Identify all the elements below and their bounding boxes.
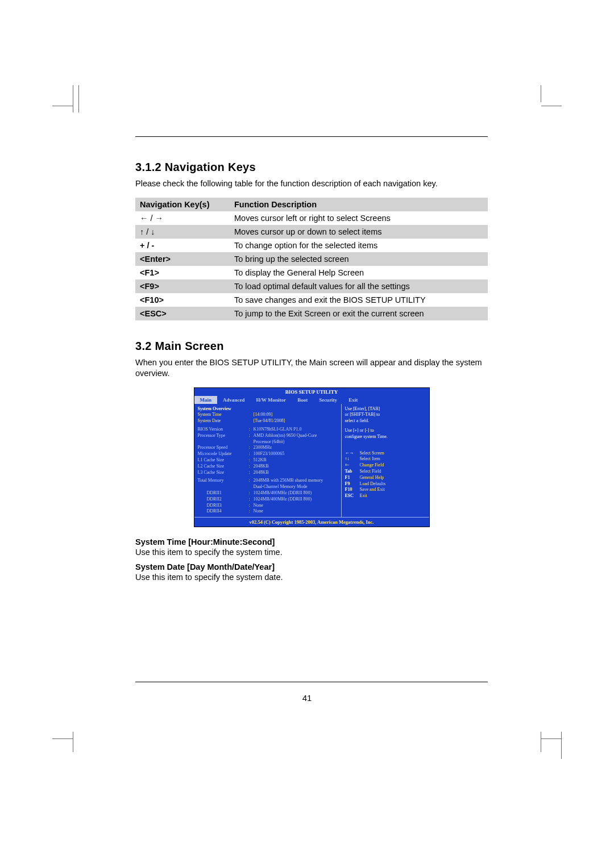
bios-info-row: Microcode Update:100F23/1000065 — [198, 451, 338, 457]
bios-key-row: ←→Select Screen — [345, 450, 426, 457]
table-row: <Enter>To bring up the selected screen — [135, 252, 488, 266]
bios-info-row: L1 Cache Size:512KB — [198, 457, 338, 464]
item-system-date-desc: Use this item to specify the system date… — [135, 573, 488, 582]
bios-help-line: Use [+] or [-] to — [345, 428, 426, 434]
bios-screenshot: BIOS SETUP UTILITY Main Advanced H/W Mon… — [194, 387, 430, 528]
bios-left-pane: System Overview System Time[14:00:09] Sy… — [194, 404, 342, 518]
section-3-1-2-intro: Please check the following table for the… — [135, 178, 488, 190]
navigation-keys-table: Navigation Key(s) Function Description ←… — [135, 198, 488, 320]
bios-help-line: or [SHIFT-TAB] to — [345, 412, 426, 418]
section-3-2-intro: When you enter the BIOS SETUP UTILITY, t… — [135, 357, 488, 379]
bios-slot-row: DDRII3:None — [198, 503, 338, 509]
bios-key-row: +-Change Field — [345, 462, 426, 469]
bios-help-line: configure system Time. — [345, 434, 426, 440]
page-content: 3.1.2 Navigation Keys Please check the f… — [135, 136, 488, 587]
bios-total-memory: Total Memory:2048MB with 256MB shared me… — [198, 478, 338, 484]
bios-tab-advanced: Advanced — [217, 396, 251, 404]
bios-info-row: Processor (64bit) — [198, 439, 338, 445]
bios-info-row: L2 Cache Size:2048KB — [198, 464, 338, 470]
bios-slot-row: DDRII2:1024MB/400MHz (DDRII 800) — [198, 496, 338, 503]
item-system-date-title: System Date [Day Month/Date/Year] — [135, 562, 488, 571]
table-row: <F10>To save changes and exit the BIOS S… — [135, 293, 488, 307]
bios-key-row: TabSelect Field — [345, 469, 426, 475]
crop-mark-tr — [533, 85, 562, 114]
bios-system-overview: System Overview — [198, 406, 338, 412]
bios-info-row: L3 Cache Size:2048KB — [198, 470, 338, 476]
bios-footer: v02.54 (C) Copyright 1985-2003, American… — [194, 517, 429, 527]
table-row: + / -To change option for the selected i… — [135, 239, 488, 252]
bios-key-row: F1General Help — [345, 475, 426, 481]
bios-slot-row: DDRII1:1024MB/400MHz (DDRII 800) — [198, 490, 338, 496]
bios-tab-hwmonitor: H/W Monitor — [251, 396, 292, 404]
bios-title: BIOS SETUP UTILITY — [194, 388, 429, 396]
crop-mark-bl — [52, 732, 81, 760]
table-header-key: Navigation Key(s) — [135, 198, 230, 211]
top-rule — [135, 136, 488, 137]
bios-key-row: F10Save and Exit — [345, 487, 426, 493]
bios-system-time: System Time[14:00:09] — [198, 412, 338, 418]
bottom-rule — [135, 682, 488, 682]
bios-key-row: ESCExit — [345, 493, 426, 499]
bios-tab-boot: Boot — [292, 396, 313, 404]
table-row: <F9>To load optimal default values for a… — [135, 279, 488, 293]
bios-tab-security: Security — [313, 396, 343, 404]
section-3-1-2-heading: 3.1.2 Navigation Keys — [135, 161, 488, 174]
item-system-time-title: System Time [Hour:Minute:Second] — [135, 537, 488, 546]
crop-mark-tl — [52, 85, 81, 114]
bios-info-row: Processor Type:AMD Athlon(tm) 9650 Quad-… — [198, 433, 338, 439]
crop-mark-br — [533, 732, 562, 760]
bios-help-line: select a field. — [345, 418, 426, 424]
section-3-2-heading: 3.2 Main Screen — [135, 340, 488, 353]
table-row: <ESC>To jump to the Exit Screen or exit … — [135, 307, 488, 320]
table-row: ← / →Moves cursor left or right to selec… — [135, 211, 488, 225]
bios-tab-main: Main — [194, 396, 218, 404]
table-row: ↑ / ↓Moves cursor up or down to select i… — [135, 225, 488, 239]
bios-key-row: F9Load Defaults — [345, 481, 426, 487]
table-header-desc: Function Description — [230, 198, 488, 211]
bios-info-row: Processor Speed:2300MHz — [198, 445, 338, 451]
bios-key-row: ↑↓Select Item — [345, 456, 426, 462]
bios-info-row: BIOS Version:K10N78hSLI-GLAN P1.0 — [198, 427, 338, 433]
bios-tabs: Main Advanced H/W Monitor Boot Security … — [194, 396, 429, 404]
bios-memory-mode: Dual-Channel Memory Mode — [198, 484, 338, 490]
bios-slot-row: DDRII4:None — [198, 508, 338, 515]
bios-tab-exit: Exit — [343, 396, 363, 404]
table-row: <F1>To display the General Help Screen — [135, 266, 488, 279]
bios-right-pane: Use [Enter], [TAB] or [SHIFT-TAB] to sel… — [342, 404, 429, 518]
page-number: 41 — [0, 693, 614, 703]
bios-help-line: Use [Enter], [TAB] — [345, 406, 426, 412]
bios-system-date: System Date[Tue 04/81/2008] — [198, 418, 338, 424]
item-system-time-desc: Use this item to specify the system time… — [135, 548, 488, 557]
